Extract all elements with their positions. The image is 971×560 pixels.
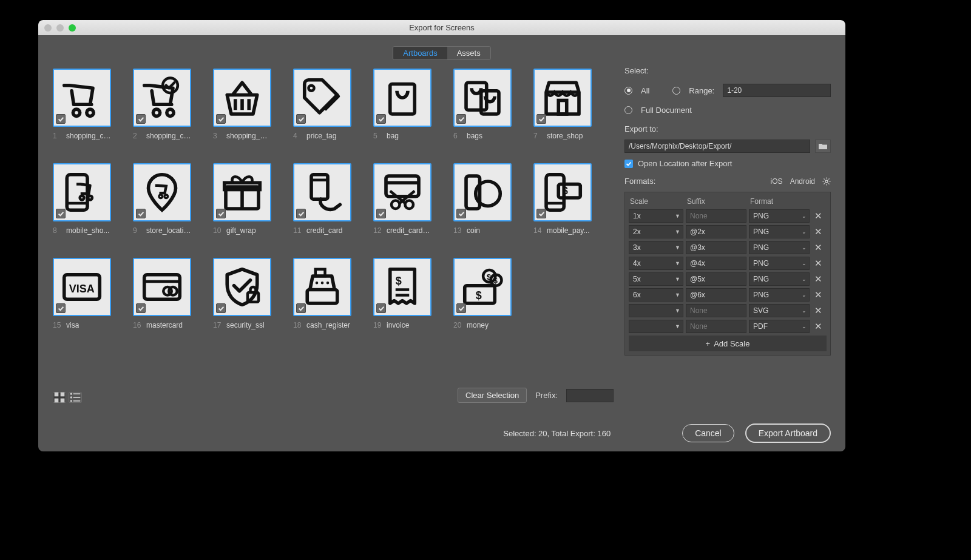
artboard-thumbnail[interactable] <box>213 258 271 316</box>
scale-select[interactable]: 4x▼ <box>629 257 683 270</box>
artboard-item[interactable]: 8 mobile_sho... <box>53 163 111 242</box>
format-select[interactable]: PNG⌄ <box>749 257 810 270</box>
scale-select[interactable]: ▼ <box>629 304 683 317</box>
formats-settings-icon[interactable] <box>822 177 831 186</box>
remove-row-button[interactable]: ✕ <box>812 274 824 285</box>
artboard-item[interactable]: 13 coin <box>453 163 512 242</box>
artboard-checkbox[interactable] <box>296 114 306 124</box>
artboard-item[interactable]: 18 cash_register <box>293 258 351 337</box>
radio-all[interactable] <box>624 87 632 95</box>
artboard-checkbox[interactable] <box>376 303 386 313</box>
artboard-item[interactable]: 19 invoice <box>373 258 431 337</box>
remove-row-button[interactable]: ✕ <box>812 289 824 300</box>
artboard-item[interactable]: 14 mobile_pay... <box>533 163 592 242</box>
artboard-checkbox[interactable] <box>376 209 386 218</box>
artboard-thumbnail[interactable] <box>53 258 111 316</box>
artboard-item[interactable]: 15 visa <box>53 258 111 337</box>
format-select[interactable]: PNG⌄ <box>749 241 810 254</box>
radio-range[interactable] <box>672 87 680 95</box>
format-select[interactable]: SVG⌄ <box>749 304 810 317</box>
artboard-thumbnail[interactable] <box>453 69 512 127</box>
remove-row-button[interactable]: ✕ <box>812 305 824 316</box>
artboard-item[interactable]: 4 price_tag <box>293 69 351 147</box>
scale-select[interactable]: ▼ <box>629 320 683 333</box>
artboard-thumbnail[interactable] <box>453 258 512 316</box>
artboard-checkbox[interactable] <box>216 114 226 124</box>
artboard-thumbnail[interactable] <box>133 258 191 316</box>
suffix-input[interactable]: None <box>686 209 746 223</box>
artboard-checkbox[interactable] <box>456 303 466 313</box>
artboard-item[interactable]: 20 money <box>453 258 512 337</box>
scale-select[interactable]: 5x▼ <box>629 272 683 286</box>
tab-assets[interactable]: Assets <box>447 47 490 59</box>
artboard-checkbox[interactable] <box>456 209 466 218</box>
view-grid-button[interactable] <box>53 392 66 403</box>
remove-row-button[interactable]: ✕ <box>812 321 824 332</box>
artboard-item[interactable]: 1 shopping_cart <box>53 69 111 147</box>
preset-android-link[interactable]: Android <box>790 177 815 186</box>
artboard-thumbnail[interactable] <box>293 69 351 127</box>
artboard-item[interactable]: 12 credit_card_... <box>373 163 431 242</box>
radio-full-document[interactable] <box>624 106 632 114</box>
artboard-checkbox[interactable] <box>56 303 66 313</box>
artboard-thumbnail[interactable] <box>373 163 431 221</box>
preset-ios-link[interactable]: iOS <box>771 177 783 186</box>
artboard-checkbox[interactable] <box>216 303 226 313</box>
artboard-item[interactable]: 6 bags <box>453 69 512 147</box>
artboard-item[interactable]: 10 gift_wrap <box>213 163 271 242</box>
remove-row-button[interactable]: ✕ <box>812 242 824 253</box>
range-input[interactable] <box>723 84 831 97</box>
artboard-thumbnail[interactable] <box>133 69 191 127</box>
remove-row-button[interactable]: ✕ <box>812 258 824 269</box>
artboard-checkbox[interactable] <box>456 114 466 124</box>
artboard-thumbnail[interactable] <box>293 258 351 316</box>
artboard-item[interactable]: 9 store_location <box>133 163 191 242</box>
artboard-item[interactable]: 5 bag <box>373 69 431 147</box>
suffix-input[interactable]: @3x <box>686 241 746 254</box>
scale-select[interactable]: 3x▼ <box>629 241 683 254</box>
scale-select[interactable]: 1x▼ <box>629 209 683 223</box>
artboard-thumbnail[interactable] <box>373 69 431 127</box>
artboard-thumbnail[interactable] <box>533 69 592 127</box>
artboard-checkbox[interactable] <box>56 209 66 218</box>
remove-row-button[interactable]: ✕ <box>812 226 824 237</box>
artboard-checkbox[interactable] <box>56 114 66 124</box>
artboard-checkbox[interactable] <box>536 209 546 218</box>
suffix-input[interactable]: @2x <box>686 225 746 238</box>
suffix-input[interactable]: None <box>686 304 746 317</box>
choose-folder-button[interactable] <box>815 140 831 153</box>
artboard-thumbnail[interactable] <box>373 258 431 316</box>
clear-selection-button[interactable]: Clear Selection <box>458 388 527 403</box>
artboard-item[interactable]: 3 shopping_ba... <box>213 69 271 147</box>
artboard-item[interactable]: 16 mastercard <box>133 258 191 337</box>
format-select[interactable]: PDF⌄ <box>749 320 810 333</box>
artboard-item[interactable]: 11 credit_card <box>293 163 351 242</box>
format-select[interactable]: PNG⌄ <box>749 225 810 238</box>
cancel-button[interactable]: Cancel <box>682 424 734 442</box>
format-select[interactable]: PNG⌄ <box>749 272 810 286</box>
artboard-checkbox[interactable] <box>296 303 306 313</box>
artboard-thumbnail[interactable] <box>53 163 111 221</box>
artboard-thumbnail[interactable] <box>133 163 191 221</box>
artboard-checkbox[interactable] <box>536 114 546 124</box>
export-path-input[interactable] <box>624 140 810 153</box>
artboard-checkbox[interactable] <box>136 114 146 124</box>
artboard-thumbnail[interactable] <box>533 163 592 221</box>
suffix-input[interactable]: @6x <box>686 288 746 302</box>
artboard-checkbox[interactable] <box>296 209 306 218</box>
artboard-thumbnail[interactable] <box>213 69 271 127</box>
open-location-checkbox[interactable] <box>624 160 633 168</box>
artboard-thumbnail[interactable] <box>453 163 512 221</box>
suffix-input[interactable]: None <box>686 320 746 333</box>
artboard-thumbnail[interactable] <box>213 163 271 221</box>
remove-row-button[interactable]: ✕ <box>812 211 824 221</box>
artboard-checkbox[interactable] <box>376 114 386 124</box>
artboard-checkbox[interactable] <box>136 209 146 218</box>
add-scale-button[interactable]: + Add Scale <box>629 336 827 351</box>
artboard-checkbox[interactable] <box>136 303 146 313</box>
artboard-item[interactable]: 7 store_shop <box>533 69 592 147</box>
export-artboard-button[interactable]: Export Artboard <box>745 423 831 443</box>
artboard-item[interactable]: 17 security_ssl <box>213 258 271 337</box>
artboard-item[interactable]: 2 shopping_ca... <box>133 69 191 147</box>
artboard-thumbnail[interactable] <box>293 163 351 221</box>
